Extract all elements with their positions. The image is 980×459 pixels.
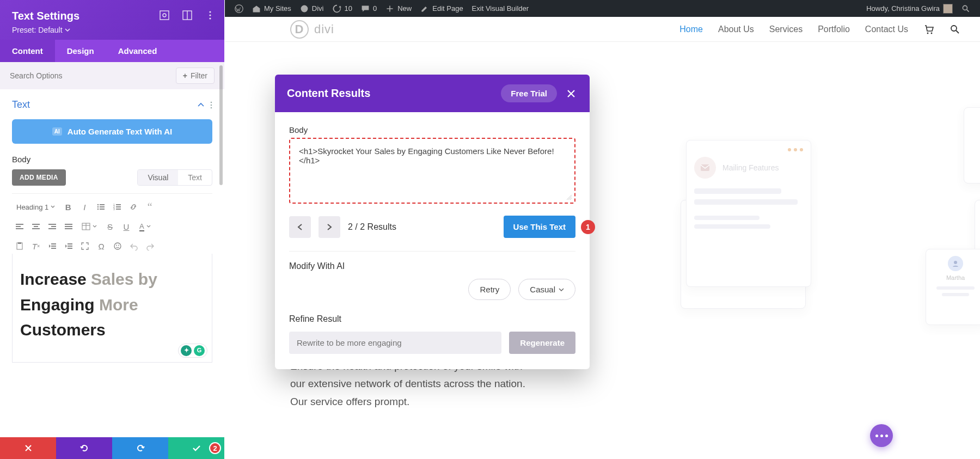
edit-page[interactable]: Edit Page xyxy=(416,4,467,13)
tab-content[interactable]: Content xyxy=(0,40,55,62)
fullscreen-icon[interactable] xyxy=(77,238,93,254)
svg-point-2 xyxy=(963,5,967,10)
paste-icon[interactable] xyxy=(12,238,27,254)
admin-search[interactable] xyxy=(957,4,975,13)
save-badge: 2 xyxy=(209,442,221,454)
link-icon[interactable] xyxy=(126,199,141,215)
align-center-icon[interactable] xyxy=(28,219,44,234)
editor-text-5: Customers xyxy=(20,321,106,339)
strike-icon[interactable]: S xyxy=(102,219,118,234)
svg-text:3: 3 xyxy=(113,207,115,211)
results-count: 2 / 2 Results xyxy=(348,222,396,232)
chevron-up-icon[interactable] xyxy=(197,101,205,109)
bullet-list-icon[interactable] xyxy=(93,199,108,215)
wp-logo[interactable] xyxy=(230,4,248,13)
indent-icon[interactable] xyxy=(61,238,76,254)
nav-home[interactable]: Home xyxy=(679,25,703,34)
clear-format-icon[interactable]: T× xyxy=(28,238,44,254)
prev-button[interactable] xyxy=(289,216,311,238)
close-icon[interactable] xyxy=(565,87,578,100)
undo-button[interactable] xyxy=(56,437,112,459)
cancel-button[interactable] xyxy=(0,437,56,459)
expand-icon[interactable] xyxy=(159,10,170,21)
nav-portfolio[interactable]: Portfolio xyxy=(818,25,850,34)
nav-services[interactable]: Services xyxy=(769,25,803,34)
ai-button-label: Auto Generate Text With AI xyxy=(68,127,172,136)
columns-icon[interactable] xyxy=(182,10,193,21)
panel-scrollbar[interactable] xyxy=(219,65,223,185)
search-input[interactable] xyxy=(10,71,170,80)
cart-icon[interactable] xyxy=(923,24,934,35)
page-canvas: Ddivi Home About Us Services Portfolio C… xyxy=(225,17,980,459)
section-title: Text xyxy=(12,99,30,111)
casual-button[interactable]: Casual xyxy=(518,279,575,300)
nav-about[interactable]: About Us xyxy=(718,25,754,34)
quote-icon[interactable]: “ xyxy=(142,199,157,215)
table-icon[interactable] xyxy=(77,219,101,234)
italic-icon[interactable]: I xyxy=(77,199,92,215)
updates[interactable]: 10 xyxy=(328,4,357,13)
filter-button[interactable]: +Filter xyxy=(176,68,215,84)
section-actions xyxy=(197,101,212,109)
exit-vb[interactable]: Exit Visual Builder xyxy=(468,4,534,13)
heading-select[interactable]: Heading 1 xyxy=(12,199,59,215)
updates-count: 10 xyxy=(345,4,352,13)
svg-rect-44 xyxy=(51,248,56,249)
section-text-header[interactable]: Text xyxy=(12,99,212,111)
helper-icon-1[interactable]: ✦ xyxy=(181,345,192,356)
search-icon[interactable] xyxy=(950,24,960,35)
svg-point-52 xyxy=(931,32,933,34)
tab-advanced[interactable]: Advanced xyxy=(106,40,169,62)
panel-tabs: Content Design Advanced xyxy=(0,40,224,62)
svg-rect-31 xyxy=(48,224,56,225)
site-logo[interactable]: Ddivi xyxy=(290,20,334,39)
text-color-icon[interactable]: A xyxy=(135,219,155,234)
ordered-list-icon[interactable]: 123 xyxy=(109,199,125,215)
helper-icon-2[interactable]: G xyxy=(194,345,205,356)
redo-icon[interactable] xyxy=(143,238,158,254)
outdent-icon[interactable] xyxy=(45,238,60,254)
emoji-icon[interactable] xyxy=(110,238,125,254)
redo-button[interactable] xyxy=(112,437,168,459)
section-more-icon[interactable] xyxy=(210,101,212,109)
my-sites[interactable]: My Sites xyxy=(248,4,296,13)
next-button[interactable] xyxy=(318,216,340,238)
use-this-text-button[interactable]: Use This Text xyxy=(504,216,575,238)
save-button[interactable]: 2 xyxy=(168,437,224,459)
justify-icon[interactable] xyxy=(61,219,76,234)
mailing-label: Mailing Features xyxy=(722,163,779,173)
add-media-button[interactable]: ADD MEDIA xyxy=(12,169,66,186)
body-textarea-wrapper xyxy=(289,138,575,204)
bold-icon[interactable]: B xyxy=(60,199,76,215)
site-name[interactable]: Divi xyxy=(296,4,328,13)
tab-design[interactable]: Design xyxy=(55,40,106,62)
underline-icon[interactable]: U xyxy=(119,219,134,234)
svg-point-10 xyxy=(211,101,212,103)
new[interactable]: New xyxy=(381,4,416,13)
editor-content[interactable]: Increase Sales by Engaging More Customer… xyxy=(12,254,212,363)
free-trial-button[interactable]: Free Trial xyxy=(501,84,557,102)
retry-button[interactable]: Retry xyxy=(468,279,511,300)
undo-icon[interactable] xyxy=(126,238,142,254)
floating-action-button[interactable] xyxy=(870,424,893,447)
preset-selector[interactable]: Preset: Default xyxy=(12,26,212,34)
align-right-icon[interactable] xyxy=(45,219,60,234)
more-icon[interactable] xyxy=(205,10,216,21)
howdy[interactable]: Howdy, Christina Gwira xyxy=(862,4,957,14)
toggle-visual[interactable]: Visual xyxy=(138,170,178,185)
omega-icon[interactable]: Ω xyxy=(94,238,109,254)
resize-handle-icon[interactable] xyxy=(566,194,572,200)
regenerate-button[interactable]: Regenerate xyxy=(509,332,575,354)
refine-input[interactable] xyxy=(289,332,501,354)
svg-point-49 xyxy=(116,245,117,246)
svg-rect-41 xyxy=(18,242,21,244)
align-left-icon[interactable] xyxy=(12,219,27,234)
nav-contact[interactable]: Contact Us xyxy=(865,25,908,34)
comments[interactable]: 0 xyxy=(357,4,381,13)
auto-generate-button[interactable]: AI Auto Generate Text With AI xyxy=(12,119,212,144)
mail-icon xyxy=(700,164,710,172)
toggle-text[interactable]: Text xyxy=(178,170,212,185)
editor-text-2: Sales by xyxy=(91,270,157,288)
body-textarea[interactable] xyxy=(299,146,566,193)
svg-rect-25 xyxy=(16,224,23,225)
